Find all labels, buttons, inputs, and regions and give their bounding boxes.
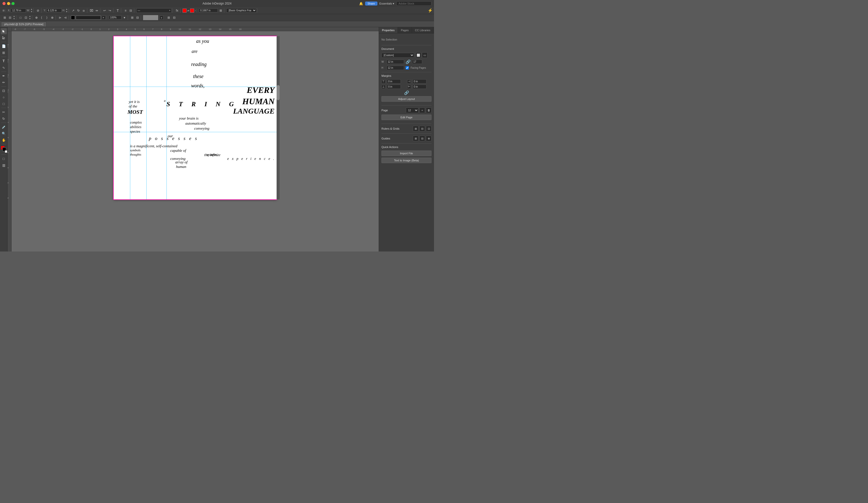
guides-add-icon[interactable]: ⊕	[426, 136, 432, 141]
search-input[interactable]	[396, 1, 432, 6]
close-button[interactable]	[2, 2, 6, 5]
rotate-icon[interactable]: ↻	[76, 8, 81, 13]
margin-top-input[interactable]	[387, 79, 401, 83]
guides-settings-icon[interactable]: ⊞	[413, 136, 418, 141]
link-margins-icon[interactable]: 🔗	[404, 90, 409, 95]
reference-point-icon[interactable]: ⊞	[2, 9, 4, 12]
nav-next-icon[interactable]: ⟩	[45, 16, 49, 20]
scissors-tool[interactable]: ✂	[1, 109, 7, 115]
page-tool[interactable]: 📄	[1, 43, 7, 49]
stroke-options-dropdown[interactable]: ▾	[160, 16, 164, 20]
align-icon[interactable]: ≡	[123, 8, 128, 13]
link-text-icon[interactable]: ⊳	[58, 16, 62, 20]
tab-pages[interactable]: Pages	[398, 27, 412, 33]
type-tool[interactable]: T	[1, 58, 7, 64]
snap-grid-icon[interactable]: ⊞	[2, 16, 7, 20]
fill-color-swatch[interactable]	[183, 9, 187, 13]
view-options-icon[interactable]: ⊟	[135, 16, 140, 20]
view-mode-icon[interactable]: ⊞	[130, 16, 135, 20]
snap-guide-icon[interactable]: ⊟	[8, 16, 12, 20]
distribute-icon[interactable]: ⊟	[128, 8, 133, 13]
doc-w-input[interactable]	[386, 60, 404, 64]
transform-icon[interactable]: ⌧	[89, 8, 94, 13]
frame-type-dropdown[interactable]: [Basic Graphics Frame]+	[226, 8, 257, 13]
margin-right-input[interactable]	[413, 79, 426, 83]
zoom-tool[interactable]: 🔍	[1, 130, 7, 137]
stroke-fill-swap[interactable]: ⇄	[187, 9, 189, 12]
eyedropper-tool[interactable]: 💉	[1, 124, 7, 130]
y-input[interactable]	[46, 9, 62, 12]
flip-h-icon[interactable]: ⇔	[94, 8, 99, 13]
grid-settings-icon[interactable]: ⊡	[426, 126, 432, 131]
delete-page-icon[interactable]: 🗑	[426, 108, 432, 113]
shear-icon[interactable]: ⧈	[82, 8, 86, 13]
share-button[interactable]: Share	[365, 1, 378, 6]
angle-input[interactable]	[199, 9, 218, 12]
rectangle-tool[interactable]: □	[1, 101, 7, 107]
rulers-icon[interactable]: ⊞	[413, 126, 418, 131]
facing-pages-checkbox[interactable]	[406, 66, 409, 70]
stroke-color-swatch[interactable]	[190, 9, 194, 13]
frame-icon[interactable]: □	[18, 16, 23, 20]
fill-black-swatch[interactable]	[71, 16, 75, 20]
master-spread-icon[interactable]: ⊞	[166, 16, 171, 20]
maximize-button[interactable]	[12, 2, 14, 5]
document-preset-select[interactable]: [Custom]	[381, 53, 414, 58]
transform-tool[interactable]: ↻	[1, 115, 7, 122]
margin-left-input[interactable]	[413, 84, 426, 89]
margin-bottom-input[interactable]	[387, 84, 401, 89]
constrain-icon[interactable]: ⊘	[36, 8, 40, 13]
color-swatch-dropdown[interactable]: ▾	[102, 16, 106, 20]
text-to-image-button[interactable]: Text to Image (Beta)	[381, 158, 432, 163]
select-tool-icon[interactable]: ↗	[71, 8, 75, 13]
arrow-right-icon[interactable]: ›	[195, 9, 196, 12]
content-icon[interactable]: ⊡	[24, 16, 28, 20]
scrollbar-thumb[interactable]	[277, 85, 280, 100]
color-swatch-bar[interactable]	[76, 16, 101, 20]
hand-tool[interactable]: ✋	[1, 137, 7, 143]
lightning-icon[interactable]: ⚡	[428, 8, 433, 13]
doc-h-input[interactable]	[386, 66, 404, 70]
ellipse-frame-tool[interactable]: ○	[1, 94, 7, 100]
page-number-select[interactable]: 12	[406, 108, 418, 113]
view-mode-normal[interactable]: □	[1, 155, 7, 162]
effects-icon[interactable]: fx	[175, 8, 179, 13]
stroke-weight-dropdown[interactable]: — ▾	[136, 8, 172, 13]
view-mode-preview[interactable]: ▥	[1, 162, 7, 168]
undo-icon[interactable]: ↩	[102, 8, 107, 13]
essentials-button[interactable]: Essentials ▾	[380, 2, 394, 5]
doc-pages-input[interactable]	[412, 60, 422, 64]
import-file-button[interactable]: Import File	[381, 151, 432, 156]
home-icon[interactable]: ⌂	[10, 2, 12, 6]
portrait-icon[interactable]: ⬜	[416, 52, 421, 58]
pen-tool[interactable]: ✒	[1, 73, 7, 79]
grid-icon[interactable]: ⊟	[420, 126, 425, 131]
master-page-icon[interactable]: ⊟	[172, 16, 176, 20]
zoom-input[interactable]	[109, 16, 122, 19]
canvas-container[interactable]: as you are reading these words, EVERY HU…	[12, 31, 379, 252]
pencil-tool[interactable]: ✏	[1, 79, 7, 85]
tab-properties[interactable]: Properties	[379, 27, 398, 33]
facing-pages-label[interactable]: Facing Pages	[406, 66, 426, 70]
vertical-scrollbar[interactable]	[277, 36, 280, 199]
notification-icon[interactable]: 🔔	[359, 2, 363, 6]
link-text2-icon[interactable]: ⊲	[63, 16, 68, 20]
x-input[interactable]	[11, 9, 26, 12]
selection-tool[interactable]	[1, 28, 7, 34]
type-icon[interactable]: T	[115, 8, 120, 13]
document-tab[interactable]: phy.indd @ 51% [GPU Preview]	[1, 22, 46, 27]
w-stepper[interactable]: ▲ ▼	[31, 8, 33, 13]
h-stepper[interactable]: ▲ ▼	[66, 8, 68, 13]
none-swatch[interactable]	[5, 150, 7, 153]
path-type-tool[interactable]: ∿	[1, 64, 7, 70]
edit-page-button[interactable]: Edit Page	[381, 114, 432, 120]
stop-icon[interactable]: ⊗	[50, 16, 54, 20]
link-proportions-icon[interactable]: 🔗	[406, 59, 411, 64]
smart-guides-icon[interactable]: ⊟	[420, 136, 425, 141]
adjust-layout-button[interactable]: Adjust Layout	[381, 96, 432, 102]
preview-icon[interactable]: ⊕	[34, 16, 39, 20]
direct-select-tool[interactable]	[1, 35, 7, 41]
rectangle-frame-tool[interactable]: ⊡	[1, 88, 7, 94]
tab-cc-libraries[interactable]: CC Libraries	[412, 27, 434, 33]
redo-icon[interactable]: ↪	[107, 8, 112, 13]
